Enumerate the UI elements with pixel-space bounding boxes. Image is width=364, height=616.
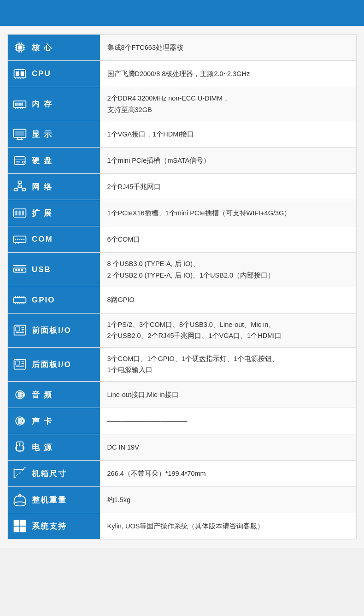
com-icon bbox=[12, 231, 28, 248]
header bbox=[0, 0, 364, 26]
table-row: GPIO8路GPIO bbox=[8, 287, 357, 313]
label-text-front-panel: 前面板I/O bbox=[32, 325, 71, 336]
expansion-icon bbox=[12, 205, 28, 221]
label-cell-rear-panel: 后面板I/O bbox=[8, 347, 100, 381]
value-cell-memory: 2个DDR4 3200MHz non-ECC U-DIMM，支持至高32GB bbox=[100, 87, 357, 121]
label-cell-display: 显 示 bbox=[8, 121, 100, 148]
svg-point-57 bbox=[19, 239, 21, 240]
value-cell-front-panel: 1个PS/2、3个COM口、8个USB3.0、Line-out、Mic in、2… bbox=[100, 313, 357, 347]
label-text-network: 网 络 bbox=[32, 182, 53, 192]
table-row: 整机重量约1.5kg bbox=[8, 487, 357, 513]
memory-icon bbox=[12, 96, 28, 113]
os-icon bbox=[12, 518, 28, 534]
spec-table: 核 心集成8个FTC663处理器核CPU国产飞腾D2000/8 8核处理器，主频… bbox=[7, 34, 357, 539]
table-row: 系统支持Kylin, UOS等国产操作系统（具体版本请咨询客服） bbox=[8, 513, 357, 539]
svg-rect-16 bbox=[21, 71, 24, 77]
svg-rect-102 bbox=[14, 520, 19, 526]
cpu-icon bbox=[12, 65, 28, 82]
label-text-soundcard: 声 卡 bbox=[32, 416, 53, 426]
label-cell-network: 网 络 bbox=[8, 174, 100, 200]
svg-rect-64 bbox=[18, 269, 20, 271]
value-cell-rear-panel: 3个COM口、1个GPIO、1个硬盘指示灯、1个电源按钮、1个电源输入口 bbox=[100, 347, 357, 381]
cpu-chip-icon bbox=[12, 39, 28, 56]
table-row: 显 示1个VGA接口，1个HDMI接口 bbox=[8, 121, 357, 148]
value-cell-dimension: 266.4（不带耳朵）*199.4*70mm bbox=[100, 461, 357, 487]
harddisk-icon bbox=[12, 152, 28, 169]
svg-point-56 bbox=[17, 239, 18, 240]
svg-point-40 bbox=[23, 161, 24, 163]
label-text-rear-panel: 后面板I/O bbox=[32, 359, 71, 370]
gpio-icon bbox=[12, 292, 28, 308]
label-text-expansion: 扩 展 bbox=[32, 208, 53, 219]
svg-point-58 bbox=[21, 239, 23, 240]
label-cell-usb: USB bbox=[8, 253, 100, 287]
svg-rect-1 bbox=[18, 46, 22, 50]
table-row: COM6个COM口 bbox=[8, 226, 357, 253]
svg-rect-104 bbox=[14, 527, 19, 532]
svg-rect-44 bbox=[18, 185, 21, 188]
svg-rect-105 bbox=[20, 527, 26, 532]
svg-rect-46 bbox=[18, 181, 21, 184]
power-icon bbox=[12, 439, 28, 456]
value-cell-display: 1个VGA接口，1个HDMI接口 bbox=[100, 121, 357, 148]
label-text-core: 核 心 bbox=[32, 42, 53, 53]
label-cell-memory: 内 存 bbox=[8, 87, 100, 121]
label-text-os: 系统支持 bbox=[32, 521, 67, 532]
label-text-gpio: GPIO bbox=[32, 296, 55, 305]
label-text-com: COM bbox=[32, 235, 53, 244]
weight-icon bbox=[12, 492, 28, 508]
label-cell-audio: 音 频 bbox=[8, 382, 100, 408]
svg-rect-15 bbox=[16, 71, 19, 77]
panel-icon bbox=[12, 322, 28, 338]
table-row: CPU国产飞腾D2000/8 8核处理器，主频2.0~2.3GHz bbox=[8, 61, 357, 87]
label-cell-dimension: 机箱尺寸 bbox=[8, 461, 100, 487]
svg-rect-103 bbox=[20, 520, 26, 526]
value-cell-soundcard: ———————————— bbox=[100, 408, 357, 434]
svg-rect-67 bbox=[14, 297, 26, 302]
label-text-harddisk: 硬 盘 bbox=[32, 155, 53, 166]
svg-rect-51 bbox=[15, 211, 17, 216]
table-row: 网 络2个RJ45千兆网口 bbox=[8, 174, 357, 200]
label-text-weight: 整机重量 bbox=[32, 495, 67, 505]
table-row: 机箱尺寸266.4（不带耳朵）*199.4*70mm bbox=[8, 461, 357, 487]
label-cell-soundcard: 声 卡 bbox=[8, 408, 100, 434]
label-cell-front-panel: 前面板I/O bbox=[8, 313, 100, 347]
svg-rect-28 bbox=[19, 102, 21, 106]
label-text-display: 显 示 bbox=[32, 129, 53, 140]
svg-rect-85 bbox=[16, 361, 20, 365]
value-cell-expansion: 1个PCIeX16插槽、1个mini PCIe插槽（可支持WIFI+4G/3G） bbox=[100, 200, 357, 226]
value-cell-audio: Line-out接口,Mic-in接口 bbox=[100, 382, 357, 408]
table-row: 扩 展1个PCIeX16插槽、1个mini PCIe插槽（可支持WIFI+4G/… bbox=[8, 200, 357, 226]
svg-rect-63 bbox=[15, 269, 17, 271]
usb-icon bbox=[12, 261, 28, 278]
label-text-memory: 内 存 bbox=[32, 99, 53, 109]
value-cell-core: 集成8个FTC663处理器核 bbox=[100, 35, 357, 61]
audio-icon bbox=[12, 386, 28, 403]
table-row: 内 存2个DDR4 3200MHz non-ECC U-DIMM，支持至高32G… bbox=[8, 87, 357, 121]
svg-rect-43 bbox=[14, 189, 18, 191]
svg-rect-45 bbox=[22, 189, 25, 191]
table-row: USB8 个USB3.0 (TYPE-A, 后 IO)、2 个USB2.0 (T… bbox=[8, 253, 357, 287]
svg-rect-52 bbox=[18, 211, 20, 216]
value-cell-com: 6个COM口 bbox=[100, 226, 357, 253]
svg-line-48 bbox=[16, 188, 20, 189]
spec-table-wrapper: 核 心集成8个FTC663处理器核CPU国产飞腾D2000/8 8核处理器，主频… bbox=[0, 26, 364, 548]
table-row: 前面板I/O1个PS/2、3个COM口、8个USB3.0、Line-out、Mi… bbox=[8, 313, 357, 347]
label-cell-harddisk: 硬 盘 bbox=[8, 148, 100, 174]
svg-rect-38 bbox=[15, 131, 24, 136]
svg-rect-65 bbox=[21, 269, 23, 271]
dimension-icon bbox=[12, 465, 28, 482]
svg-rect-42 bbox=[16, 161, 20, 163]
label-cell-gpio: GPIO bbox=[8, 287, 100, 313]
table-row: 硬 盘1个mini PCIe插槽（mSATA信号） bbox=[8, 148, 357, 174]
label-text-power: 电 源 bbox=[32, 442, 53, 453]
value-cell-power: DC IN 19V bbox=[100, 434, 357, 461]
network-icon bbox=[12, 178, 28, 195]
label-text-cpu: CPU bbox=[32, 69, 51, 78]
label-cell-weight: 整机重量 bbox=[8, 487, 100, 513]
label-cell-os: 系统支持 bbox=[8, 513, 100, 539]
value-cell-network: 2个RJ45千兆网口 bbox=[100, 174, 357, 200]
label-cell-core: 核 心 bbox=[8, 35, 100, 61]
audio-icon bbox=[12, 413, 28, 429]
table-row: 电 源DC IN 19V bbox=[8, 434, 357, 461]
